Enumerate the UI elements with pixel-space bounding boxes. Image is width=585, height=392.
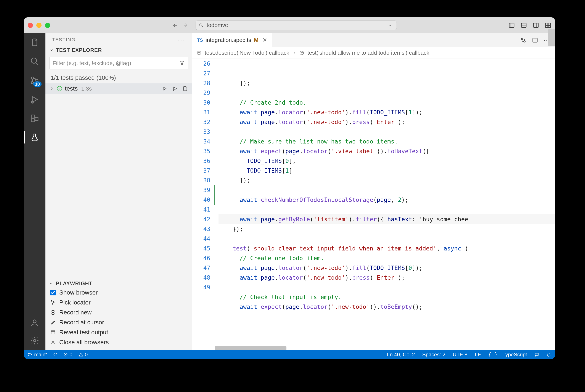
scm-badge: 10	[33, 82, 42, 87]
chevron-down-icon	[388, 23, 393, 28]
file-type-icon: TS	[197, 38, 203, 43]
source-control-icon[interactable]: 10	[30, 75, 40, 86]
svg-point-0	[200, 24, 202, 26]
svg-rect-5	[548, 23, 550, 25]
suite-tools	[162, 86, 188, 92]
record-new-action[interactable]: Record new	[50, 309, 187, 316]
debug-test-icon[interactable]	[172, 86, 178, 92]
section-label: TEST EXPLORER	[56, 47, 102, 53]
test-explorer-header[interactable]: TEST EXPLORER	[46, 46, 192, 54]
svg-rect-2	[521, 23, 526, 28]
svg-point-22	[521, 38, 523, 40]
chevron-down-icon	[49, 48, 54, 52]
svg-rect-7	[548, 26, 550, 28]
tab-bar: TS integration.spec.ts M ✕ ···	[192, 33, 555, 47]
sync-status[interactable]	[53, 352, 58, 357]
run-icon[interactable]	[162, 86, 167, 92]
test-filter-input[interactable]: Filter (e.g. text, !exclude, @tag)	[49, 57, 188, 69]
account-icon[interactable]	[30, 318, 40, 328]
playwright-header[interactable]: PLAYWRIGHT	[46, 280, 192, 288]
show-browser-toggle[interactable]: Show browser	[50, 289, 187, 296]
sidebar-title: TESTING	[52, 37, 76, 42]
symbol-icon	[196, 50, 202, 56]
problems-status[interactable]: 0 0	[63, 352, 88, 358]
cursor-position[interactable]: Ln 40, Col 2	[387, 352, 415, 358]
test-summary: 1/1 tests passed (100%)	[46, 72, 192, 84]
editor-group: TS integration.spec.ts M ✕ ··· test.desc…	[192, 33, 555, 350]
file-name: integration.spec.ts	[205, 37, 251, 44]
split-icon[interactable]	[532, 37, 538, 43]
command-center[interactable]: todomvc	[196, 20, 397, 30]
maximize-window[interactable]	[45, 23, 50, 28]
indentation-status[interactable]: Spaces: 2	[422, 352, 445, 358]
feedback-icon[interactable]	[534, 352, 539, 357]
layout-controls	[508, 22, 551, 28]
titlebar: todomvc	[24, 17, 555, 33]
testing-sidebar: TESTING ··· TEST EXPLORER Filter (e.g. t…	[46, 33, 192, 350]
back-icon[interactable]	[171, 22, 178, 28]
svg-point-9	[31, 77, 34, 79]
suite-name: tests	[65, 85, 78, 92]
settings-icon[interactable]	[30, 336, 40, 346]
chevron-right-icon[interactable]	[49, 86, 54, 91]
pencil-icon	[50, 320, 56, 325]
window-controls	[28, 23, 50, 28]
status-bar: main* 0 0 Ln 40, Col 2 Spaces: 2 UTF-8 L…	[24, 350, 555, 359]
activity-bar: 10	[24, 33, 46, 350]
close-window[interactable]	[28, 23, 33, 28]
close-tab-icon[interactable]: ✕	[262, 37, 267, 44]
svg-rect-15	[35, 117, 38, 120]
svg-rect-1	[509, 23, 514, 28]
horizontal-scrollbar[interactable]	[215, 346, 286, 350]
svg-rect-13	[31, 115, 34, 118]
panel-icon[interactable]	[520, 22, 527, 28]
chevron-down-icon	[49, 281, 54, 286]
symbol-icon	[299, 50, 305, 56]
language-status[interactable]: { } TypeScript	[488, 352, 527, 358]
secondary-sidebar-icon[interactable]	[533, 22, 539, 28]
svg-point-25	[29, 353, 30, 354]
record-cursor-action[interactable]: Record at cursor	[50, 319, 187, 326]
breadcrumb[interactable]: test.describe('New Todo') callback test(…	[192, 47, 555, 59]
breadcrumb-item[interactable]: test('should allow me to add todo items'…	[308, 50, 429, 56]
compare-icon[interactable]	[520, 37, 526, 43]
extensions-icon[interactable]	[30, 113, 40, 124]
forward-icon[interactable]	[183, 22, 189, 28]
svg-rect-4	[546, 23, 548, 25]
branch-status[interactable]: main*	[28, 352, 47, 358]
pick-locator-action[interactable]: Pick locator	[50, 299, 187, 306]
primary-sidebar-icon[interactable]	[508, 22, 515, 28]
close-icon	[50, 340, 56, 345]
close-browsers-action[interactable]: Close all browsers	[50, 339, 187, 346]
svg-rect-21	[51, 331, 55, 334]
svg-point-16	[33, 320, 36, 323]
svg-point-10	[31, 82, 34, 84]
modified-indicator: M	[254, 37, 258, 44]
cursor-icon	[50, 300, 56, 305]
filter-icon[interactable]	[179, 60, 185, 66]
encoding-status[interactable]: UTF-8	[453, 352, 467, 358]
test-suite-row[interactable]: tests 1.3s	[46, 84, 192, 94]
bell-icon[interactable]	[546, 352, 551, 357]
code-editor[interactable]: 262728293031323334353637383940414243▷444…	[192, 59, 555, 350]
history-nav	[171, 22, 189, 28]
minimize-window[interactable]	[36, 23, 42, 28]
pass-icon	[57, 86, 62, 92]
editor-tab[interactable]: TS integration.spec.ts M ✕	[192, 33, 272, 47]
search-icon[interactable]	[30, 56, 40, 66]
breadcrumb-item[interactable]: test.describe('New Todo') callback	[205, 50, 289, 56]
minimap-slider[interactable]	[548, 29, 555, 46]
playwright-label: PLAYWRIGHT	[56, 280, 92, 286]
eol-status[interactable]: LF	[475, 352, 481, 358]
testing-icon[interactable]	[30, 132, 40, 142]
customize-layout-icon[interactable]	[545, 22, 551, 28]
svg-point-26	[29, 356, 30, 356]
code-content[interactable]: ]); // Create 2nd todo. await page.locat…	[215, 59, 555, 350]
goto-file-icon[interactable]	[182, 86, 188, 92]
explorer-icon[interactable]	[30, 37, 40, 48]
show-browser-checkbox[interactable]	[50, 290, 56, 296]
reveal-output-action[interactable]: Reveal test output	[50, 329, 187, 336]
line-gutter: 262728293031323334353637383940414243▷444…	[192, 59, 215, 350]
more-icon[interactable]: ···	[178, 36, 185, 43]
debug-icon[interactable]	[30, 94, 40, 104]
